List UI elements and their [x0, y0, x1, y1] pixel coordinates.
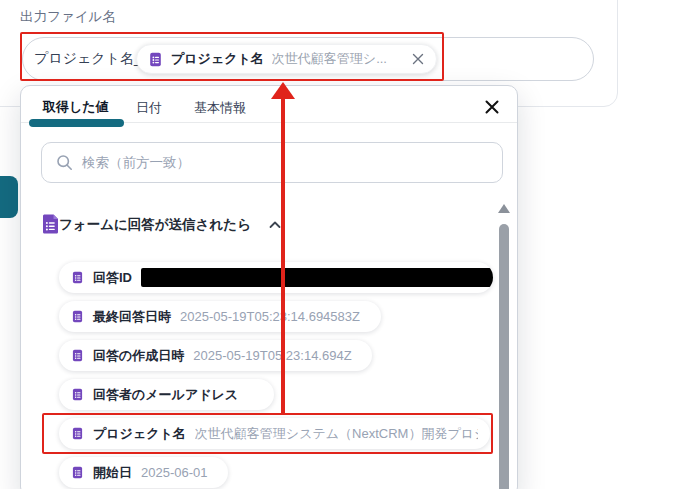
sidebar-step-button[interactable] [0, 176, 18, 218]
scroll-up-icon[interactable] [498, 204, 510, 213]
redacted-value-bar [141, 268, 493, 287]
list-item-answer-id[interactable]: 回答ID [59, 262, 493, 293]
output-filename-label: 出力ファイル名 [20, 8, 116, 26]
annotation-box-project-item [42, 413, 493, 454]
document-icon [71, 310, 84, 323]
document-icon [71, 466, 84, 479]
item-label: 回答ID [93, 269, 132, 287]
annotation-arrow-shaft [281, 97, 285, 413]
document-icon [71, 349, 84, 362]
annotation-box-input [20, 32, 444, 81]
item-label: 回答者のメールアドレス [93, 386, 238, 404]
item-value: 2025-05-19T05:23:14.694Z [193, 348, 351, 363]
annotation-arrow-head-icon [271, 82, 295, 99]
popup-close-icon[interactable] [483, 98, 501, 116]
tab-retrieved-values[interactable]: 取得した値 [43, 98, 109, 116]
item-value: 2025-05-19T05:23:14.694583Z [180, 309, 360, 324]
chevron-up-icon[interactable] [268, 218, 282, 232]
trigger-section-header[interactable]: フォームに回答が送信されたら [40, 216, 282, 234]
search-input[interactable]: 検索（前方一致） [41, 142, 503, 183]
google-forms-icon [40, 214, 60, 234]
list-item-respondent-email[interactable]: 回答者のメールアドレス [59, 379, 274, 410]
item-value: 2025-06-01 [141, 465, 208, 480]
document-icon [71, 271, 84, 284]
item-label: 開始日 [93, 464, 132, 482]
search-placeholder: 検索（前方一致） [82, 154, 190, 172]
list-item-created-time[interactable]: 回答の作成日時 2025-05-19T05:23:14.694Z [59, 340, 372, 371]
tab-date[interactable]: 日付 [136, 99, 162, 117]
active-tab-underline [29, 119, 124, 127]
search-icon [56, 154, 73, 171]
list-item-last-answer-time[interactable]: 最終回答日時 2025-05-19T05:23:14.694583Z [59, 301, 381, 332]
scrollbar-thumb[interactable] [499, 224, 509, 489]
document-icon [71, 388, 84, 401]
item-label: 回答の作成日時 [93, 347, 184, 365]
trigger-section-title: フォームに回答が送信されたら [59, 216, 251, 234]
tab-basic-info[interactable]: 基本情報 [194, 99, 246, 117]
item-label: 最終回答日時 [93, 308, 171, 326]
list-item-start-date[interactable]: 開始日 2025-06-01 [59, 457, 228, 488]
list-scrollbar[interactable] [497, 198, 511, 489]
